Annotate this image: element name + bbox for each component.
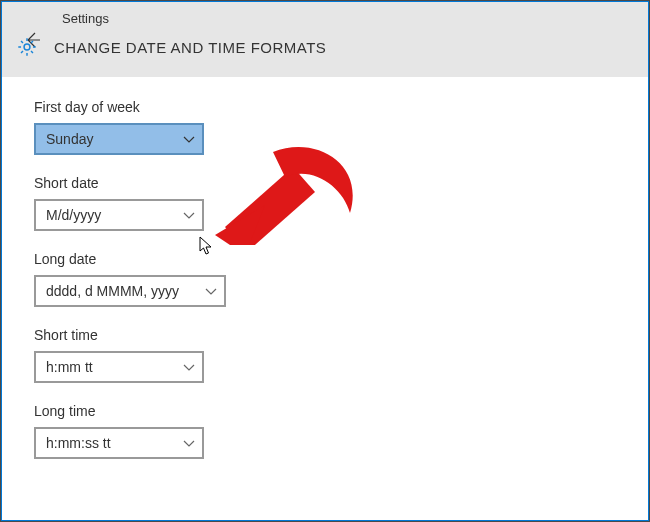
chevron-down-icon (182, 132, 196, 146)
field-first-day: First day of week Sunday (34, 99, 616, 155)
title-row: CHANGE DATE AND TIME FORMATS (16, 36, 326, 58)
chevron-down-icon (182, 360, 196, 374)
short-date-value: M/d/yyyy (46, 207, 101, 223)
first-day-select[interactable]: Sunday (34, 123, 204, 155)
content-area: First day of week Sunday Short date M/d/… (2, 77, 648, 459)
chevron-down-icon (204, 284, 218, 298)
short-date-label: Short date (34, 175, 616, 191)
short-time-label: Short time (34, 327, 616, 343)
chevron-down-icon (182, 436, 196, 450)
svg-point-0 (24, 44, 30, 50)
long-time-label: Long time (34, 403, 616, 419)
short-time-select[interactable]: h:mm tt (34, 351, 204, 383)
long-date-label: Long date (34, 251, 616, 267)
field-long-date: Long date dddd, d MMMM, yyyy (34, 251, 616, 307)
long-date-value: dddd, d MMMM, yyyy (46, 283, 179, 299)
long-date-select[interactable]: dddd, d MMMM, yyyy (34, 275, 226, 307)
long-time-select[interactable]: h:mm:ss tt (34, 427, 204, 459)
chevron-down-icon (182, 208, 196, 222)
first-day-label: First day of week (34, 99, 616, 115)
gear-icon (16, 36, 38, 58)
short-time-value: h:mm tt (46, 359, 93, 375)
page-title: CHANGE DATE AND TIME FORMATS (54, 39, 326, 56)
field-long-time: Long time h:mm:ss tt (34, 403, 616, 459)
field-short-time: Short time h:mm tt (34, 327, 616, 383)
app-label: Settings (62, 11, 109, 26)
settings-window: Settings CHANGE DATE AND TIME FORMATS Fi… (1, 1, 649, 521)
first-day-value: Sunday (46, 131, 93, 147)
field-short-date: Short date M/d/yyyy (34, 175, 616, 231)
long-time-value: h:mm:ss tt (46, 435, 111, 451)
header-bar: Settings CHANGE DATE AND TIME FORMATS (2, 2, 648, 77)
short-date-select[interactable]: M/d/yyyy (34, 199, 204, 231)
